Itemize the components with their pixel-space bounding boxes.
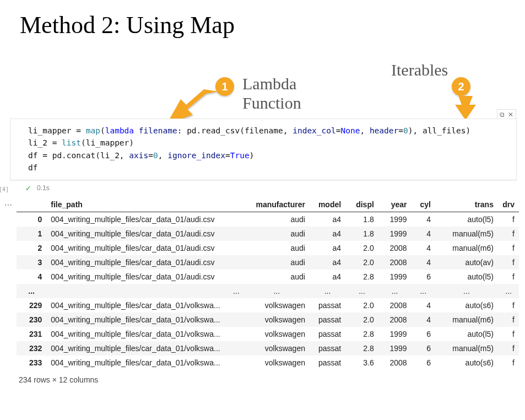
code-token	[134, 126, 139, 135]
dataframe-shape: 234 rows × 12 columns	[17, 375, 519, 384]
code-token: None	[341, 126, 360, 135]
code-token: df	[28, 161, 508, 174]
table-header-row: file_path manufacturer model displ year …	[17, 197, 519, 212]
code-token: =	[398, 126, 403, 135]
code-token: df = pd.concat(li_2,	[28, 151, 129, 160]
svg-marker-1	[455, 96, 476, 120]
exec-time: 0.1s	[37, 184, 50, 192]
code-token: map	[86, 126, 100, 135]
code-token: filename	[139, 126, 177, 135]
callout-2: 2	[452, 77, 470, 96]
table-row: 231 004_writing_multiple_files/car_data_…	[17, 327, 519, 341]
table-row: 232 004_writing_multiple_files/car_data_…	[17, 341, 519, 356]
code-token: 0	[403, 126, 408, 135]
table-header: trans	[435, 197, 498, 212]
code-token: )	[250, 151, 255, 160]
code-token: 0	[153, 151, 158, 160]
code-token: index_col	[293, 126, 336, 135]
table-row: 4 004_writing_multiple_files/car_data_01…	[17, 270, 519, 284]
code-token: ,	[158, 151, 167, 160]
code-token: header	[370, 126, 398, 135]
code-token: : pd.read_csv(filename,	[177, 126, 293, 135]
code-token: ), all_files)	[408, 126, 471, 135]
table-header: drv	[498, 197, 519, 212]
code-cell[interactable]: li_mapper = map(lambda filename: pd.read…	[10, 119, 517, 196]
table-row: 230 004_writing_multiple_files/car_data_…	[17, 313, 519, 327]
dataframe-table: file_path manufacturer model displ year …	[17, 197, 519, 370]
code-token: lambda	[105, 126, 134, 135]
code-token: =	[225, 151, 230, 160]
table-header	[17, 197, 46, 212]
table-header: displ	[345, 197, 378, 212]
code-token: (li_mapper)	[81, 138, 134, 147]
table-row: 3 004_writing_multiple_files/car_data_01…	[17, 255, 519, 270]
execution-count: [4]	[0, 186, 9, 192]
table-header: year	[378, 197, 412, 212]
table-row-ellipsis: ...........................	[17, 284, 519, 298]
code-token: list	[62, 138, 81, 147]
code-token: li_2 =	[28, 138, 62, 147]
code-content[interactable]: li_mapper = map(lambda filename: pd.read…	[10, 119, 517, 180]
code-token: ,	[360, 126, 369, 135]
dataframe-output: file_path manufacturer model displ year …	[17, 197, 519, 384]
table-row: 229 004_writing_multiple_files/car_data_…	[17, 298, 519, 313]
code-token: axis	[129, 151, 148, 160]
arrow-icon	[452, 94, 479, 121]
output-collapse-icon[interactable]: ⋯	[4, 201, 12, 209]
code-token: True	[230, 151, 250, 160]
table-header: model	[310, 197, 345, 212]
code-token: ignore_index	[167, 151, 225, 160]
annotation-lambda: LambdaFunction	[242, 74, 301, 112]
close-icon[interactable]: ✕	[508, 111, 513, 119]
table-header: file_path	[46, 197, 243, 212]
table-row: 2 004_writing_multiple_files/car_data_01…	[17, 241, 519, 255]
slide-title: Method 2: Using Map	[20, 11, 235, 39]
code-token: =	[148, 151, 153, 160]
table-header: manufacturer	[244, 197, 310, 212]
code-token: li_mapper =	[28, 126, 86, 135]
code-token: (	[100, 126, 105, 135]
table-row: 0 004_writing_multiple_files/car_data_01…	[17, 212, 519, 227]
table-row: 1 004_writing_multiple_files/car_data_01…	[17, 227, 519, 241]
copy-icon[interactable]: ⧉	[500, 111, 505, 119]
table-header: cyl	[412, 197, 435, 212]
table-row: 233 004_writing_multiple_files/car_data_…	[17, 356, 519, 370]
code-token: =	[336, 126, 341, 135]
annotation-iterables: Iterables	[391, 61, 448, 80]
check-icon: ✓	[25, 184, 31, 192]
cell-status: ✓ 0.1s	[10, 180, 517, 196]
